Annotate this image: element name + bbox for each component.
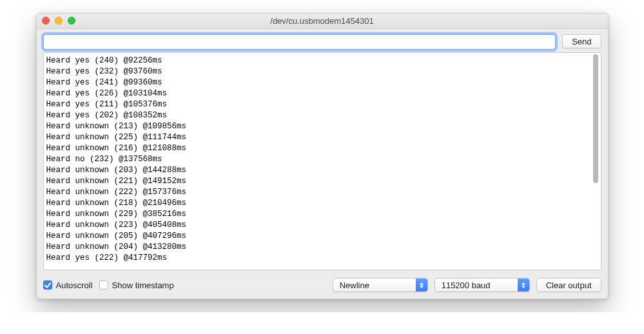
autoscroll-label: Autoscroll — [56, 280, 93, 290]
checkbox-icon — [99, 280, 108, 290]
dropdown-arrows-icon — [416, 279, 427, 291]
serial-monitor-window: /dev/cu.usbmodem1454301 Send Heard yes (… — [36, 13, 609, 299]
maximize-icon[interactable] — [68, 17, 75, 25]
timestamp-label: Show timestamp — [112, 280, 174, 290]
send-button[interactable]: Send — [562, 34, 601, 48]
dropdown-arrows-icon — [518, 279, 529, 291]
console-output[interactable]: Heard yes (240) @92256ms Heard yes (232)… — [44, 53, 601, 270]
titlebar: /dev/cu.usbmodem1454301 — [37, 14, 608, 29]
scrollbar-thumb[interactable] — [593, 54, 598, 183]
baud-rate-value: 115200 baud — [442, 280, 491, 290]
console-panel: Heard yes (240) @92256ms Heard yes (232)… — [43, 52, 601, 270]
close-icon[interactable] — [42, 17, 50, 25]
clear-output-button[interactable]: Clear output — [536, 278, 601, 292]
line-ending-value: Newline — [340, 280, 369, 290]
window-title: /dev/cu.usbmodem1454301 — [270, 16, 373, 26]
show-timestamp-checkbox[interactable]: Show timestamp — [99, 280, 174, 290]
line-ending-select[interactable]: Newline — [333, 278, 428, 292]
command-input[interactable] — [43, 34, 556, 50]
footer-bar: Autoscroll Show timestamp Newline 115200… — [37, 274, 608, 299]
minimize-icon[interactable] — [55, 17, 63, 25]
scrollbar[interactable] — [590, 54, 600, 268]
window-controls — [42, 17, 75, 25]
baud-rate-select[interactable]: 115200 baud — [434, 278, 530, 292]
checkbox-icon — [43, 280, 52, 290]
autoscroll-checkbox[interactable]: Autoscroll — [43, 280, 93, 290]
command-bar: Send — [37, 29, 608, 52]
